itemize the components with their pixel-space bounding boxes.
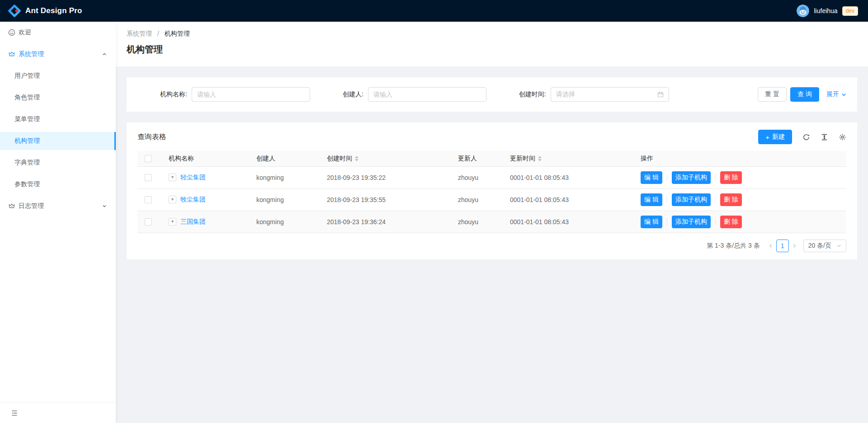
- org-name-link[interactable]: 牧尘集团: [180, 196, 206, 204]
- delete-button-label: 删 除: [724, 218, 738, 225]
- action-divider: [715, 174, 716, 181]
- new-button-label: 新建: [772, 133, 785, 141]
- add-child-org-button-label: 添加子机构: [675, 174, 707, 181]
- sidebar-item-role-management[interactable]: 角色管理: [0, 89, 116, 107]
- add-child-org-button[interactable]: 添加子机构: [672, 171, 711, 184]
- reset-button[interactable]: 重 置: [758, 87, 787, 102]
- expand-link-label: 展开: [826, 90, 839, 99]
- sidebar-item-org-management[interactable]: 机构管理: [0, 132, 116, 150]
- filter-card: 机构名称: 创建人: 创建时间: 请选择: [127, 77, 857, 112]
- sidebar-item-log-management[interactable]: 日志管理: [0, 197, 116, 215]
- search-button[interactable]: 查 询: [790, 87, 819, 102]
- org-table: 机构名称 创建人 创建时间 更新人 更新时: [137, 151, 846, 233]
- sidebar-item-label: 字典管理: [14, 159, 40, 167]
- prev-page-icon[interactable]: [765, 240, 776, 252]
- username[interactable]: liufeihua: [814, 7, 837, 14]
- settings-gear-icon[interactable]: [839, 133, 846, 141]
- action-divider: [667, 218, 667, 225]
- updated-time-cell: 0001-01-01 08:05:43: [503, 188, 633, 211]
- menu-fold-icon: [11, 409, 18, 417]
- filter-field-org-name: 机构名称:: [160, 87, 310, 102]
- sidebar-item-label: 欢迎: [19, 28, 31, 37]
- row-checkbox[interactable]: [145, 218, 152, 226]
- page-size-select[interactable]: 20 条/页: [803, 240, 846, 252]
- page-number-1[interactable]: 1: [776, 240, 789, 252]
- user-avatar[interactable]: [797, 5, 809, 17]
- sort-icon: [355, 156, 359, 161]
- toolbar-actions: + 新建: [758, 130, 846, 144]
- new-button[interactable]: + 新建: [758, 130, 792, 144]
- creator-cell: kongming: [249, 188, 320, 211]
- sidebar-collapse-trigger[interactable]: [0, 402, 116, 423]
- logo-area[interactable]: Ant Design Pro: [8, 5, 82, 17]
- sidebar-item-label: 日志管理: [19, 202, 44, 210]
- sidebar-item-system-management[interactable]: 系统管理: [0, 45, 116, 63]
- chevron-down-icon: [841, 92, 846, 97]
- delete-button-label: 删 除: [724, 174, 738, 181]
- created-time-cell: 2018-09-23 19:35:55: [320, 188, 451, 211]
- sidebar-item-label: 系统管理: [19, 50, 44, 58]
- expand-row-icon[interactable]: +: [169, 174, 176, 181]
- sidebar-item-user-management[interactable]: 用户管理: [0, 67, 116, 85]
- created-time-datepicker[interactable]: 请选择: [551, 87, 669, 102]
- content-area: 系统管理 / 机构管理 机构管理 机构名称: 创建人: 创建时间:: [116, 22, 868, 423]
- page-size-value: 20 条/页: [808, 242, 831, 250]
- org-name-link[interactable]: 三国集团: [180, 218, 206, 226]
- row-checkbox[interactable]: [145, 196, 152, 203]
- edit-button[interactable]: 编 辑: [641, 171, 662, 184]
- pagination: 第 1-3 条/总共 3 条 1 20 条/页: [137, 240, 846, 252]
- creator-cell: kongming: [249, 166, 320, 188]
- sidebar-item-label: 菜单管理: [14, 115, 40, 123]
- table-row: + 三国集团 kongming 2018-09-23 19:36:24 zhou…: [137, 211, 846, 233]
- sidebar-item-menu-management[interactable]: 菜单管理: [0, 110, 116, 128]
- expand-link[interactable]: 展开: [826, 90, 846, 99]
- column-header-updated-time[interactable]: 更新时间: [503, 151, 633, 166]
- chevron-up-icon: [102, 52, 107, 56]
- column-height-icon[interactable]: [821, 133, 828, 141]
- delete-button[interactable]: 删 除: [720, 216, 742, 228]
- column-header-created-time[interactable]: 创建时间: [320, 151, 451, 166]
- table-toolbar: 查询表格 + 新建: [127, 122, 857, 151]
- crown-icon: [8, 51, 15, 58]
- sidebar: 欢迎 系统管理 用户管理: [0, 22, 116, 423]
- breadcrumb-system-management[interactable]: 系统管理: [127, 30, 152, 37]
- filter-actions: 重 置 查 询 展开: [758, 87, 846, 102]
- sort-icon: [538, 156, 542, 161]
- delete-button[interactable]: 删 除: [720, 193, 742, 206]
- created-time-cell: 2018-09-23 19:35:22: [320, 166, 451, 188]
- edit-button[interactable]: 编 辑: [641, 193, 662, 206]
- add-child-org-button[interactable]: 添加子机构: [672, 193, 711, 206]
- sidebar-item-param-management[interactable]: 参数管理: [0, 175, 116, 193]
- chevron-down-icon: [837, 244, 841, 248]
- reload-icon[interactable]: [802, 133, 810, 141]
- sidebar-item-dict-management[interactable]: 字典管理: [0, 154, 116, 172]
- datepicker-placeholder: 请选择: [556, 90, 575, 99]
- row-checkbox[interactable]: [145, 174, 152, 181]
- table-card-title: 查询表格: [137, 132, 166, 142]
- select-all-checkbox[interactable]: [145, 155, 152, 162]
- plus-icon: +: [765, 134, 769, 141]
- top-header: Ant Design Pro liufeihua dev: [0, 0, 868, 22]
- search-button-label: 查 询: [797, 90, 812, 99]
- sidebar-item-label: 角色管理: [14, 94, 40, 102]
- sidebar-item-welcome[interactable]: 欢迎: [0, 24, 116, 42]
- updated-time-cell: 0001-01-01 08:05:43: [503, 211, 633, 233]
- next-page-icon[interactable]: [789, 240, 800, 252]
- breadcrumb: 系统管理 / 机构管理: [127, 29, 857, 38]
- org-name-link[interactable]: 轻尘集团: [180, 174, 206, 182]
- edit-button[interactable]: 编 辑: [641, 216, 662, 228]
- pagination-total: 第 1-3 条/总共 3 条: [707, 242, 760, 250]
- smile-icon: [8, 29, 15, 36]
- expand-row-icon[interactable]: +: [169, 218, 176, 226]
- env-tag: dev: [842, 6, 858, 16]
- creator-input[interactable]: [368, 87, 486, 102]
- delete-button[interactable]: 删 除: [720, 171, 742, 184]
- edit-button-label: 编 辑: [644, 196, 659, 203]
- edit-button-label: 编 辑: [644, 218, 659, 225]
- add-child-org-button[interactable]: 添加子机构: [672, 216, 711, 228]
- expand-row-icon[interactable]: +: [169, 196, 176, 203]
- org-name-input[interactable]: [192, 87, 310, 102]
- ant-design-logo-icon: [8, 5, 21, 17]
- column-header-creator: 创建人: [249, 151, 320, 166]
- action-divider: [667, 196, 667, 203]
